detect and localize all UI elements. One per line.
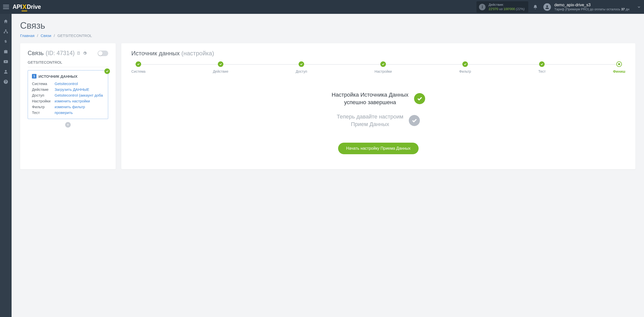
step-finish[interactable]: Финиш <box>613 61 625 73</box>
link-system[interactable]: Getsitecontrol <box>55 82 104 86</box>
user-icon[interactable] <box>0 67 12 77</box>
chevron-down-icon[interactable] <box>637 5 641 9</box>
link-action[interactable]: Загрузить ДАННЫЕ <box>55 87 104 92</box>
source-box[interactable]: 1 ИСТОЧНИК ДАННЫХ СистемаGetsitecontrol … <box>28 70 108 119</box>
svg-point-5 <box>5 70 7 72</box>
connections-icon[interactable] <box>0 26 12 36</box>
top-bar: APIXDrive i Действия: 22'070 из 100'000 … <box>0 0 644 14</box>
billing-icon[interactable] <box>0 36 12 47</box>
help-icon[interactable] <box>0 77 12 87</box>
check-circle-pending-icon <box>409 115 420 126</box>
avatar-icon <box>543 3 551 11</box>
check-circle-icon <box>414 93 425 104</box>
username: demo_apix-drive_s3 <box>554 3 629 7</box>
source-heading: ИСТОЧНИК ДАННЫХ <box>38 74 77 78</box>
gear-icon[interactable] <box>83 51 87 55</box>
actions-iz: из <box>499 7 502 11</box>
link-settings[interactable]: изменить настройки <box>55 99 104 103</box>
home-icon[interactable] <box>0 16 12 26</box>
link-filter[interactable]: изменить фильтр <box>55 105 104 109</box>
breadcrumb: Главная / Связи / GETSITECONTROL <box>20 33 635 38</box>
sidebar <box>0 14 12 317</box>
info-icon: i <box>479 4 486 10</box>
start-destination-button[interactable]: Начать настройку Приема Данных <box>338 143 419 154</box>
actions-label: Действия: <box>489 3 525 7</box>
svg-point-0 <box>546 5 548 7</box>
actions-total: 100'000 <box>503 7 515 11</box>
step-test[interactable]: Тест <box>538 61 546 73</box>
conn-id: (ID: 47314) <box>46 50 75 57</box>
step-settings[interactable]: Настройки <box>375 61 392 73</box>
connection-card: Связь (ID: 47314) GETSITECONTROL 1 ИСТОЧ… <box>20 43 116 169</box>
link-access[interactable]: Getsitecontrol (аккаунт доба <box>55 93 104 97</box>
check-icon <box>104 68 110 74</box>
svg-point-3 <box>7 32 8 33</box>
setup-card: Источник данных (настройка) Система Дейс… <box>121 43 635 169</box>
status-done: Настройка Источника Данныхуспешно заверш… <box>332 91 425 106</box>
step-filter[interactable]: Фильтр <box>459 61 471 73</box>
breadcrumb-home[interactable]: Главная <box>20 33 34 38</box>
actions-used: 22'070 <box>489 7 498 11</box>
add-destination-button[interactable]: + <box>65 122 71 128</box>
connection-name: GETSITECONTROL <box>28 60 108 67</box>
actions-counter[interactable]: i Действия: 22'070 из 100'000 (22%) <box>476 1 528 13</box>
stepper: Система Действие Доступ Настройки Фильтр… <box>131 61 625 73</box>
status-pending: Теперь давайте настроимПрием Данных <box>337 113 420 128</box>
step-system[interactable]: Система <box>131 61 145 73</box>
link-test[interactable]: проверить <box>55 110 104 115</box>
page-title: Связь <box>20 20 635 31</box>
menu-toggle-icon[interactable] <box>3 4 9 10</box>
breadcrumb-current: GETSITECONTROL <box>57 33 92 38</box>
source-number: 1 <box>32 74 36 78</box>
breadcrumb-links[interactable]: Связи <box>41 33 51 38</box>
svg-point-2 <box>4 32 5 33</box>
step-access[interactable]: Доступ <box>296 61 307 73</box>
setup-title: Источник данных (настройка) <box>131 50 625 57</box>
main-content: Связь Главная / Связи / GETSITECONTROL С… <box>12 14 644 317</box>
copy-icon[interactable] <box>77 51 81 55</box>
svg-point-1 <box>5 29 7 31</box>
video-icon[interactable] <box>0 57 12 67</box>
step-action[interactable]: Действие <box>213 61 228 73</box>
briefcase-icon[interactable] <box>0 47 12 57</box>
user-block[interactable]: demo_apix-drive_s3 Тариф |Премиум PRO| д… <box>543 3 629 11</box>
bell-icon[interactable] <box>533 5 538 10</box>
actions-pct: (22%) <box>516 7 525 11</box>
toggle-switch[interactable] <box>98 51 108 56</box>
conn-title: Связь <box>28 50 44 57</box>
logo[interactable]: APIXDrive <box>13 3 41 11</box>
tariff-line: Тариф |Премиум PRO| до оплаты осталось 3… <box>554 7 629 11</box>
